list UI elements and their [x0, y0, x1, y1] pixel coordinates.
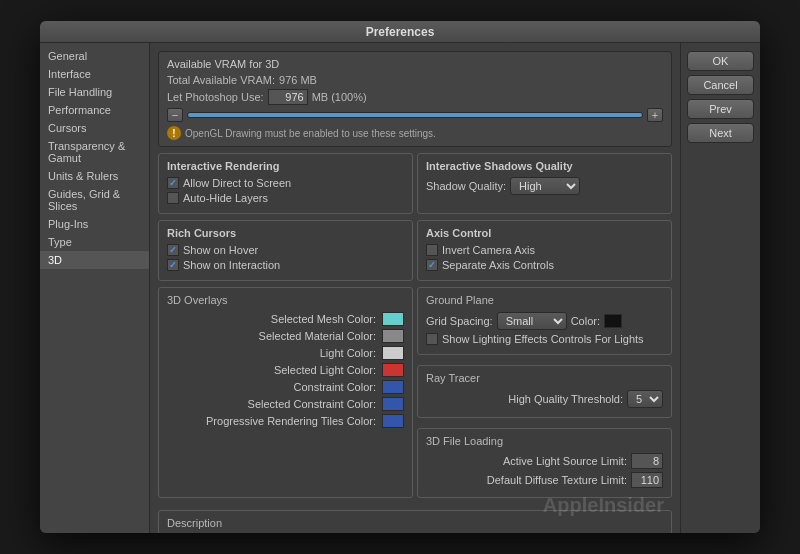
selected-light-row: Selected Light Color: — [167, 363, 404, 377]
ok-button[interactable]: OK — [687, 51, 754, 71]
selected-light-label: Selected Light Color: — [274, 364, 376, 376]
interactive-rendering-panel: Interactive Rendering Allow Direct to Sc… — [158, 153, 413, 214]
ground-color-swatch[interactable] — [604, 314, 622, 328]
sidebar-item-file-handling[interactable]: File Handling — [40, 83, 149, 101]
buttons-panel: OK Cancel Prev Next — [680, 43, 760, 533]
sidebar-item-plugins[interactable]: Plug-Ins — [40, 215, 149, 233]
prev-button[interactable]: Prev — [687, 99, 754, 119]
warning-text: OpenGL Drawing must be enabled to use th… — [185, 128, 436, 139]
warning-icon: ! — [167, 126, 181, 140]
sidebar-item-general[interactable]: General — [40, 47, 149, 65]
light-limit-input[interactable] — [631, 453, 663, 469]
color-label: Color: — [571, 315, 600, 327]
file-loading-title: 3D File Loading — [426, 435, 663, 447]
title-bar: Preferences — [40, 21, 760, 43]
selected-constraint-label: Selected Constraint Color: — [248, 398, 376, 410]
selected-mesh-label: Selected Mesh Color: — [271, 313, 376, 325]
progressive-swatch[interactable] — [382, 414, 404, 428]
middle-panels: Rich Cursors Show on Hover Show on Inter… — [158, 220, 672, 281]
selected-light-swatch[interactable] — [382, 363, 404, 377]
ground-plane-title: Ground Plane — [426, 294, 663, 306]
threshold-label: High Quality Threshold: — [508, 393, 623, 405]
sidebar-item-type[interactable]: Type — [40, 233, 149, 251]
selected-material-label: Selected Material Color: — [259, 330, 376, 342]
selected-material-swatch[interactable] — [382, 329, 404, 343]
separate-axis-checkbox[interactable] — [426, 259, 438, 271]
sidebar-item-cursors[interactable]: Cursors — [40, 119, 149, 137]
show-lighting-checkbox[interactable] — [426, 333, 438, 345]
light-color-row: Light Color: — [167, 346, 404, 360]
description-section: Description 3D Overlays: Specifies color… — [158, 510, 672, 533]
selected-constraint-swatch[interactable] — [382, 397, 404, 411]
top-panels: Interactive Rendering Allow Direct to Sc… — [158, 153, 672, 214]
shadow-quality-select[interactable]: High Medium Low — [510, 177, 580, 195]
allow-direct-row: Allow Direct to Screen — [167, 177, 404, 189]
show-interaction-row: Show on Interaction — [167, 259, 404, 271]
window-title: Preferences — [366, 25, 435, 39]
sidebar-item-interface[interactable]: Interface — [40, 65, 149, 83]
vram-use-label: Let Photoshop Use: — [167, 91, 264, 103]
sidebar-item-transparency[interactable]: Transparency & Gamut — [40, 137, 149, 167]
progressive-row: Progressive Rendering Tiles Color: — [167, 414, 404, 428]
show-hover-checkbox[interactable] — [167, 244, 179, 256]
vram-slider[interactable] — [187, 112, 643, 118]
light-limit-label: Active Light Source Limit: — [503, 455, 627, 467]
auto-hide-row: Auto-Hide Layers — [167, 192, 404, 204]
slider-increase-button[interactable]: + — [647, 108, 663, 122]
interactive-shadows-title: Interactive Shadows Quality — [426, 160, 663, 172]
selected-mesh-swatch[interactable] — [382, 312, 404, 326]
overlays-title: 3D Overlays — [167, 294, 404, 306]
vram-section: Available VRAM for 3D Total Available VR… — [158, 51, 672, 147]
ray-tracer-section: Ray Tracer High Quality Threshold: 5 3 7 — [417, 365, 672, 418]
slider-decrease-button[interactable]: − — [167, 108, 183, 122]
auto-hide-checkbox[interactable] — [167, 192, 179, 204]
vram-use-row: Let Photoshop Use: MB (100%) — [167, 89, 663, 105]
vram-use-input[interactable] — [268, 89, 308, 105]
overlays-section: 3D Overlays Selected Mesh Color: Selecte… — [158, 287, 413, 498]
invert-camera-row: Invert Camera Axis — [426, 244, 663, 256]
texture-limit-input[interactable] — [631, 472, 663, 488]
constraint-swatch[interactable] — [382, 380, 404, 394]
description-title: Description — [167, 517, 663, 529]
rich-cursors-title: Rich Cursors — [167, 227, 404, 239]
interactive-rendering-title: Interactive Rendering — [167, 160, 404, 172]
vram-total-label: Total Available VRAM: — [167, 74, 275, 86]
warning-row: ! OpenGL Drawing must be enabled to use … — [167, 126, 663, 140]
sidebar-item-units[interactable]: Units & Rulers — [40, 167, 149, 185]
constraint-row: Constraint Color: — [167, 380, 404, 394]
cancel-button[interactable]: Cancel — [687, 75, 754, 95]
constraint-label: Constraint Color: — [293, 381, 376, 393]
light-color-label: Light Color: — [320, 347, 376, 359]
sidebar-item-guides[interactable]: Guides, Grid & Slices — [40, 185, 149, 215]
show-lighting-label: Show Lighting Effects Controls For Light… — [442, 333, 644, 345]
invert-camera-label: Invert Camera Axis — [442, 244, 535, 256]
vram-total-row: Total Available VRAM: 976 MB — [167, 74, 663, 86]
slider-row: − + — [167, 108, 663, 122]
light-limit-row: Active Light Source Limit: — [426, 453, 663, 469]
invert-camera-checkbox[interactable] — [426, 244, 438, 256]
next-button[interactable]: Next — [687, 123, 754, 143]
selected-mesh-row: Selected Mesh Color: — [167, 312, 404, 326]
show-lighting-row: Show Lighting Effects Controls For Light… — [426, 333, 663, 345]
sidebar-item-3d[interactable]: 3D — [40, 251, 149, 269]
separate-axis-row: Separate Axis Controls — [426, 259, 663, 271]
threshold-row: High Quality Threshold: 5 3 7 — [426, 390, 663, 408]
vram-use-suffix: MB (100%) — [312, 91, 367, 103]
right-lower-panels: Ground Plane Grid Spacing: Small Medium … — [417, 287, 672, 504]
file-loading-section: 3D File Loading Active Light Source Limi… — [417, 428, 672, 498]
show-interaction-checkbox[interactable] — [167, 259, 179, 271]
light-color-swatch[interactable] — [382, 346, 404, 360]
interactive-shadows-panel: Interactive Shadows Quality Shadow Quali… — [417, 153, 672, 214]
threshold-select[interactable]: 5 3 7 — [627, 390, 663, 408]
sidebar-item-performance[interactable]: Performance — [40, 101, 149, 119]
selected-constraint-row: Selected Constraint Color: — [167, 397, 404, 411]
texture-limit-label: Default Diffuse Texture Limit: — [487, 474, 627, 486]
vram-title: Available VRAM for 3D — [167, 58, 663, 70]
shadow-quality-label: Shadow Quality: — [426, 180, 506, 192]
allow-direct-checkbox[interactable] — [167, 177, 179, 189]
auto-hide-label: Auto-Hide Layers — [183, 192, 268, 204]
ray-tracer-title: Ray Tracer — [426, 372, 663, 384]
grid-spacing-select[interactable]: Small Medium Large — [497, 312, 567, 330]
show-hover-row: Show on Hover — [167, 244, 404, 256]
show-interaction-label: Show on Interaction — [183, 259, 280, 271]
